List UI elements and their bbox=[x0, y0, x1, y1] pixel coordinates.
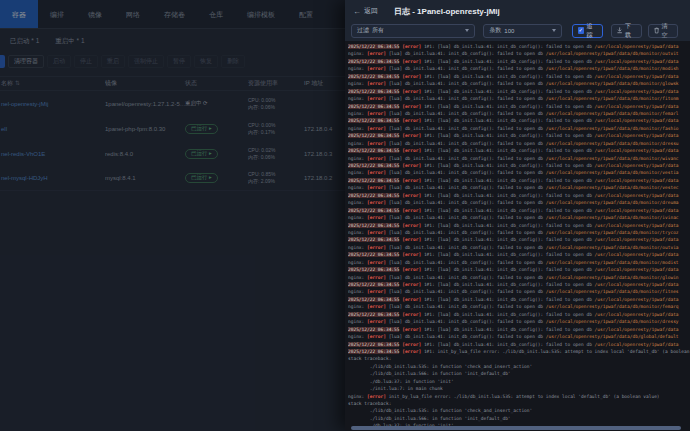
log-line: ./db.lua:37: in function 'init' bbox=[348, 378, 690, 385]
log-line: ./init.lua:7: in main chunk bbox=[348, 385, 690, 392]
checkbox-checked-icon[interactable]: ✓ bbox=[578, 27, 584, 34]
log-line: nginx: [error] [lua] db_init.lua:41: ini… bbox=[348, 65, 690, 72]
log-line: nginx: [error] [lua] db_init.lua:41: ini… bbox=[348, 80, 690, 87]
log-line: nginx: [error] [lua] db_init.lua:41: ini… bbox=[348, 274, 690, 281]
log-line: nginx: [error] [lua] db_init.lua:41: ini… bbox=[348, 288, 690, 295]
log-line: 2025/12/22 06:34:55 [error] 1#1: [lua] d… bbox=[348, 281, 690, 288]
log-line: 2025/12/22 06:34:55 [error] 1#1: [lua] d… bbox=[348, 117, 690, 124]
log-line: nginx: [error] [lua] db_init.lua:41: ini… bbox=[348, 303, 690, 310]
container-page: 容器 编排 镜像 网络 存储卷 仓库 编排模板 配置 已启动 * 1 重启中 *… bbox=[0, 0, 345, 431]
log-line: nginx: [error] [lua] db_init.lua:41: ini… bbox=[348, 155, 690, 162]
log-line: nginx: [error] [lua] db_init.lua:41: ini… bbox=[348, 125, 690, 132]
log-line: 2025/12/22 06:34:55 [error] 1#1: [lua] d… bbox=[348, 266, 690, 273]
log-line: nginx: [error] [lua] db_init.lua:41: ini… bbox=[348, 229, 690, 236]
log-line: nginx: [error] [lua] db_init.lua:41: ini… bbox=[348, 244, 690, 251]
log-line: stack traceback: bbox=[348, 400, 690, 407]
log-line: ./lib/db_init.lua:535: in function 'chec… bbox=[348, 363, 690, 370]
log-line: nginx: [error] [lua] db_init.lua:41: ini… bbox=[348, 199, 690, 206]
back-arrow-icon: ← bbox=[353, 7, 361, 16]
drawer-title: 日志 - 1Panel-openresty-jMij bbox=[394, 6, 500, 17]
log-line: 2025/12/22 06:34:55 [error] 1#1: init_by… bbox=[348, 348, 690, 355]
log-line: 2025/12/22 06:34:55 [error] 1#1: [lua] d… bbox=[348, 162, 690, 169]
line-count-select[interactable]: 条数 100 bbox=[483, 24, 562, 38]
download-icon bbox=[617, 27, 622, 34]
log-line: ./lib/db_init.lua:566: in function 'init… bbox=[348, 415, 690, 422]
drawer-header: ← 返回 日志 - 1Panel-openresty-jMij bbox=[345, 0, 690, 18]
log-content[interactable]: 2025/12/22 06:34:55 [error] 1#1: [lua] d… bbox=[345, 41, 690, 431]
log-line: 2025/12/22 06:34:55 [error] 1#1: [lua] d… bbox=[348, 147, 690, 154]
back-button[interactable]: ← 返回 bbox=[353, 6, 378, 16]
app-root: 容器 编排 镜像 网络 存储卷 仓库 编排模板 配置 已启动 * 1 重启中 *… bbox=[0, 0, 690, 431]
log-line: 2025/12/22 06:34:55 [error] 1#1: [lua] d… bbox=[348, 222, 690, 229]
log-line: ./lib/db_init.lua:535: in function 'chec… bbox=[348, 407, 690, 414]
log-line: 2025/12/22 06:34:55 [error] 1#1: [lua] d… bbox=[348, 43, 690, 50]
log-line: stack traceback: bbox=[348, 355, 690, 362]
log-line: 2025/12/22 06:34:55 [error] 1#1: [lua] d… bbox=[348, 177, 690, 184]
log-line: nginx: [error] [lua] db_init.lua:41: ini… bbox=[348, 110, 690, 117]
log-line: 2025/12/22 06:34:55 [error] 1#1: [lua] d… bbox=[348, 132, 690, 139]
log-line: nginx: [error] [lua] db_init.lua:41: ini… bbox=[348, 50, 690, 57]
log-line: ./lib/db_init.lua:566: in function 'init… bbox=[348, 370, 690, 377]
log-line: 2025/12/22 06:34:55 [error] 1#1: [lua] d… bbox=[348, 88, 690, 95]
log-line: 2025/12/22 06:34:55 [error] 1#1: [lua] d… bbox=[348, 341, 690, 348]
chevron-down-icon bbox=[552, 29, 556, 32]
horizontal-scrollbar[interactable] bbox=[351, 426, 681, 430]
log-toolbar: 过滤 所有 条数 100 ✓ 追踪 下载 清空 bbox=[345, 23, 690, 38]
download-button[interactable]: 下载 bbox=[611, 24, 641, 38]
log-line: nginx: [error] [lua] db_init.lua:41: ini… bbox=[348, 95, 690, 102]
log-line: 2025/12/22 06:34:55 [error] 1#1: [lua] d… bbox=[348, 296, 690, 303]
log-line: nginx: [error] [lua] db_init.lua:41: ini… bbox=[348, 184, 690, 191]
log-line: 2025/12/22 06:34:55 [error] 1#1: [lua] d… bbox=[348, 207, 690, 214]
log-line: 2025/12/22 06:34:55 [error] 1#1: [lua] d… bbox=[348, 251, 690, 258]
log-line: 2025/12/22 06:34:55 [error] 1#1: [lua] d… bbox=[348, 311, 690, 318]
log-line: 2025/12/22 06:34:55 [error] 1#1: [lua] d… bbox=[348, 103, 690, 110]
log-line: 2025/12/22 06:34:55 [error] 1#1: [lua] d… bbox=[348, 192, 690, 199]
chevron-down-icon bbox=[465, 29, 469, 32]
log-line: 2025/12/22 06:34:55 [error] 1#1: [lua] d… bbox=[348, 326, 690, 333]
clear-button[interactable]: 清空 bbox=[648, 24, 678, 38]
log-line: 2025/12/22 06:34:55 [error] 1#1: [lua] d… bbox=[348, 73, 690, 80]
filter-select[interactable]: 过滤 所有 bbox=[351, 24, 475, 38]
log-line: nginx: [error] [lua] db_init.lua:41: ini… bbox=[348, 333, 690, 340]
log-line: nginx: [error] [lua] db_init.lua:41: ini… bbox=[348, 169, 690, 176]
trash-icon bbox=[654, 27, 659, 34]
log-line: nginx: [error] [lua] db_init.lua:41: ini… bbox=[348, 214, 690, 221]
log-line: 2025/12/22 06:34:55 [error] 1#1: [lua] d… bbox=[348, 236, 690, 243]
log-line: nginx: [error] [lua] db_init.lua:41: ini… bbox=[348, 318, 690, 325]
log-line: nginx: [error] init_by_lua_file error: .… bbox=[348, 393, 690, 400]
log-drawer: ← 返回 日志 - 1Panel-openresty-jMij 过滤 所有 条数… bbox=[345, 0, 690, 431]
log-line: 2025/12/22 06:34:55 [error] 1#1: [lua] d… bbox=[348, 58, 690, 65]
modal-mask[interactable] bbox=[0, 0, 345, 431]
follow-toggle[interactable]: ✓ 追踪 bbox=[572, 24, 603, 38]
log-line: nginx: [error] [lua] db_init.lua:41: ini… bbox=[348, 140, 690, 147]
log-line: nginx: [error] [lua] db_init.lua:41: ini… bbox=[348, 259, 690, 266]
